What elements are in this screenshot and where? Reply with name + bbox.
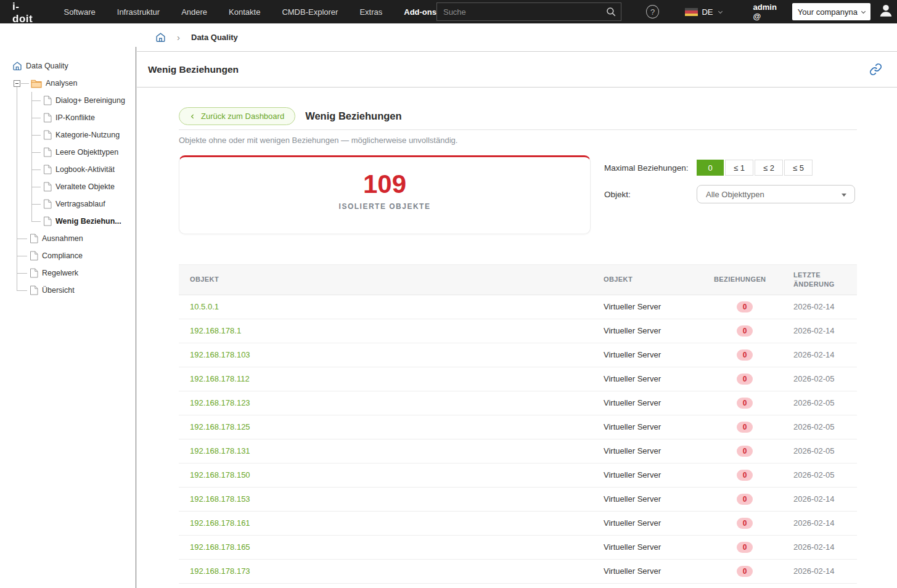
table-row[interactable]: 192.168.178.112 Virtueller Server 0 2026… — [179, 367, 857, 391]
menu-item[interactable]: Andere — [181, 7, 207, 17]
relations-cell: 0 — [714, 463, 793, 487]
table-row[interactable]: 192.168.178.150 Virtueller Server 0 2026… — [179, 463, 857, 487]
sidebar-item-data-quality[interactable]: Data Quality — [0, 57, 136, 75]
object-link[interactable]: 192.168.178.123 — [179, 391, 604, 415]
search-icon[interactable] — [605, 6, 616, 17]
last-changed-cell: 2026-02-14 — [793, 319, 857, 343]
object-type-select[interactable]: Alle Objekttypen — [697, 185, 855, 203]
sidebar-item[interactable]: Compliance — [0, 247, 136, 264]
table-row[interactable]: 192.168.178.131 Virtueller Server 0 2026… — [179, 439, 857, 463]
object-link[interactable]: 192.168.178.153 — [179, 487, 604, 511]
object-link[interactable]: 192.168.178.103 — [179, 343, 604, 367]
tenant-select[interactable]: Your companyna — [792, 3, 870, 20]
object-link[interactable]: 192.168.178.125 — [179, 415, 604, 439]
last-changed-cell: 2026-02-14 — [793, 343, 857, 367]
document-icon — [43, 130, 52, 140]
summary-row: 109 ISOLIERTE OBJEKTE Maximal Beziehunge… — [179, 155, 857, 234]
table-row[interactable]: 192.168.178.173 Virtueller Server 0 2026… — [179, 559, 857, 583]
column-header-beziehungen[interactable]: BEZIEHUNGEN — [714, 265, 793, 295]
help-icon[interactable]: ? — [646, 5, 660, 18]
relations-badge: 0 — [737, 470, 753, 481]
relations-badge: 0 — [737, 446, 753, 457]
sidebar-item[interactable]: Übersicht — [0, 282, 136, 299]
max-relations-option[interactable]: ≤ 2 — [755, 160, 783, 176]
sidebar-item[interactable]: IP-Konflikte — [0, 109, 136, 126]
isolated-objects-card: 109 ISOLIERTE OBJEKTE — [179, 155, 591, 234]
permalink-icon[interactable] — [869, 63, 882, 76]
last-changed-cell: 2026-02-14 — [793, 511, 857, 535]
collapse-toggle-icon[interactable] — [14, 80, 20, 87]
object-link[interactable]: 192.168.178.150 — [179, 463, 604, 487]
sidebar: Data Quality Analysen Dialog+ Bereinigun… — [0, 47, 136, 588]
sidebar-item[interactable]: Dialog+ Bereinigung — [0, 92, 136, 109]
username-label: admin @ — [753, 2, 786, 21]
object-link[interactable]: 10.5.0.1 — [179, 295, 604, 319]
object-link[interactable]: 192.168.178.165 — [179, 535, 604, 559]
language-switcher[interactable]: DE — [685, 7, 723, 17]
document-icon — [30, 234, 38, 243]
sidebar-item-label: Veraltete Objekte — [55, 182, 115, 191]
object-link[interactable]: 192.168.178.131 — [179, 439, 604, 463]
relations-badge: 0 — [737, 301, 753, 312]
relations-cell: 0 — [714, 511, 793, 535]
object-link[interactable]: 192.168.178.161 — [179, 511, 604, 535]
menu-item[interactable]: Add-ons — [404, 7, 436, 17]
table-row[interactable]: 192.168.178.1 Virtueller Server 0 2026-0… — [179, 319, 857, 343]
table-row[interactable]: 192.168.178.125 Virtueller Server 0 2026… — [179, 415, 857, 439]
document-icon — [43, 199, 52, 209]
sidebar-item-analysen[interactable]: Analysen — [0, 75, 136, 92]
breadcrumb-current[interactable]: Data Quality — [191, 33, 238, 42]
back-button-label: Zurück zum Dashboard — [201, 112, 284, 121]
object-type-cell: Virtueller Server — [604, 535, 714, 559]
user-avatar[interactable] — [878, 2, 894, 21]
sidebar-item[interactable]: Ausnahmen — [0, 230, 136, 247]
chevron-left-icon — [190, 113, 195, 120]
sidebar-item[interactable]: Veraltete Objekte — [0, 178, 136, 195]
last-changed-cell: 2026-02-05 — [793, 367, 857, 391]
document-icon — [30, 285, 38, 295]
table-row[interactable]: 192.168.178.165 Virtueller Server 0 2026… — [179, 535, 857, 559]
relations-badge: 0 — [737, 566, 753, 577]
sidebar-item[interactable]: Logbook-Aktivität — [0, 161, 136, 178]
sidebar-item[interactable]: Vertragsablauf — [0, 195, 136, 213]
objects-table: OBJEKT OBJEKT BEZIEHUNGEN LETZTE ÄNDERUN… — [179, 264, 857, 584]
menu-item[interactable]: Kontakte — [229, 7, 260, 17]
max-relations-option[interactable]: ≤ 1 — [725, 160, 753, 176]
sidebar-item[interactable]: Leere Objekttypen — [0, 144, 136, 161]
table-row[interactable]: 192.168.178.161 Virtueller Server 0 2026… — [179, 511, 857, 535]
column-header-objekt[interactable]: OBJEKT — [179, 265, 604, 295]
object-link[interactable]: 192.168.178.173 — [179, 559, 604, 583]
column-header-objekt-type[interactable]: OBJEKT — [604, 265, 714, 295]
sidebar-item[interactable]: Wenig Beziehun... — [0, 213, 136, 230]
relations-cell: 0 — [714, 319, 793, 343]
table-row[interactable]: 192.168.178.153 Virtueller Server 0 2026… — [179, 487, 857, 511]
object-type-cell: Virtueller Server — [604, 319, 714, 343]
menu-item[interactable]: CMDB-Explorer — [282, 7, 338, 17]
breadcrumb-home-icon[interactable] — [155, 32, 166, 43]
object-type-cell: Virtueller Server — [604, 487, 714, 511]
last-changed-cell: 2026-02-05 — [793, 439, 857, 463]
german-flag-icon — [685, 8, 698, 16]
sidebar-item[interactable]: Regelwerk — [0, 264, 136, 282]
page-title: Wenig Beziehungen — [148, 64, 239, 75]
search-input[interactable] — [436, 2, 621, 21]
column-header-letzte-aenderung[interactable]: LETZTE ÄNDERUNG — [793, 265, 857, 295]
object-type-cell: Virtueller Server — [604, 463, 714, 487]
menu-item[interactable]: Infrastruktur — [117, 7, 160, 17]
sidebar-item-label: Data Quality — [26, 62, 68, 70]
max-relations-option[interactable]: ≤ 5 — [784, 160, 813, 176]
relations-cell: 0 — [714, 391, 793, 415]
menu-item[interactable]: Extras — [359, 7, 382, 17]
idoit-logo[interactable]: i-doit — [12, 0, 39, 25]
menu-item[interactable]: Software — [63, 7, 95, 17]
table-row[interactable]: 192.168.178.103 Virtueller Server 0 2026… — [179, 343, 857, 367]
sidebar-item[interactable]: Kategorie-Nutzung — [0, 126, 136, 144]
back-to-dashboard-button[interactable]: Zurück zum Dashboard — [179, 107, 295, 125]
max-relations-option[interactable]: 0 — [697, 160, 724, 176]
sidebar-item-label: Kategorie-Nutzung — [55, 131, 120, 139]
tree-connector-line — [31, 92, 32, 221]
object-link[interactable]: 192.168.178.112 — [179, 367, 604, 391]
object-link[interactable]: 192.168.178.1 — [179, 319, 604, 343]
table-row[interactable]: 192.168.178.123 Virtueller Server 0 2026… — [179, 391, 857, 415]
table-row[interactable]: 10.5.0.1 Virtueller Server 0 2026-02-14 — [179, 295, 857, 319]
